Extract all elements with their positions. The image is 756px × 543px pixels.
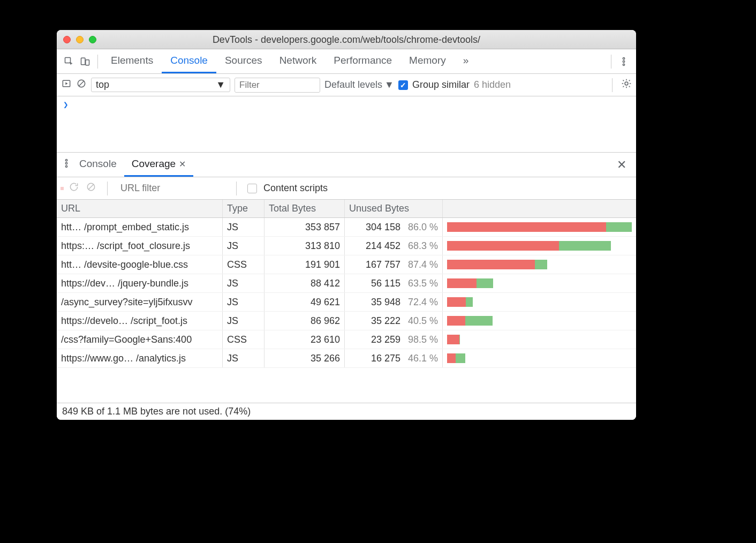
cell-url: https://dev… /jquery-bundle.js — [57, 274, 223, 292]
svg-point-5 — [623, 64, 624, 65]
svg-point-3 — [623, 57, 624, 59]
table-header: URL Type Total Bytes Unused Bytes — [57, 200, 636, 218]
cell-type: JS — [223, 218, 264, 236]
cell-unused: 35 94872.4 % — [345, 293, 443, 311]
separator — [236, 182, 237, 195]
group-similar-label: Group similar — [412, 79, 470, 90]
context-selector[interactable]: top ▼ — [91, 78, 230, 92]
th-type[interactable]: Type — [223, 200, 264, 217]
svg-point-12 — [65, 165, 67, 167]
cell-url: /css?family=Google+Sans:400 — [57, 330, 223, 349]
zoom-window-button[interactable] — [89, 36, 96, 43]
cell-url: /async_survey?site=ylj5ifxusvv — [57, 293, 223, 311]
group-similar-checkbox[interactable]: ✓ — [398, 80, 408, 90]
close-drawer-icon[interactable]: ✕ — [611, 158, 632, 172]
console-toolbar: top ▼ Default levels ▼ ✓ Group similar 6… — [57, 74, 636, 96]
table-row[interactable]: htt… /prompt_embed_static.jsJS353 857304… — [57, 218, 636, 237]
svg-line-14 — [88, 184, 94, 190]
svg-rect-2 — [86, 59, 89, 65]
cell-url: https://www.go… /analytics.js — [57, 349, 223, 367]
cell-type: CSS — [223, 330, 264, 349]
devtools-window: DevTools - developers.google.com/web/too… — [57, 30, 636, 420]
svg-line-8 — [79, 81, 84, 86]
drawer-tab-console[interactable]: Console — [72, 153, 124, 177]
svg-rect-1 — [81, 58, 86, 65]
clear-console-icon[interactable] — [76, 78, 87, 92]
cell-total: 86 962 — [264, 312, 345, 330]
window-title: DevTools - developers.google.com/web/too… — [57, 34, 636, 46]
cell-total: 23 610 — [264, 330, 345, 349]
drawer-tab-coverage[interactable]: Coverage ✕ — [124, 153, 193, 177]
table-row[interactable]: htt… /devsite-google-blue.cssCSS191 9011… — [57, 255, 636, 274]
tab-elements[interactable]: Elements — [102, 50, 162, 73]
tabs-overflow[interactable]: » — [455, 50, 478, 73]
cell-type: JS — [223, 293, 264, 311]
cell-bar — [443, 237, 636, 255]
drawer-tab-coverage-label: Coverage — [132, 158, 176, 170]
more-options-icon[interactable] — [616, 54, 632, 70]
table-row[interactable]: https://www.go… /analytics.jsJS35 26616 … — [57, 349, 636, 368]
inspect-element-icon[interactable] — [61, 54, 77, 70]
table-body: htt… /prompt_embed_static.jsJS353 857304… — [57, 218, 636, 403]
tab-performance[interactable]: Performance — [325, 50, 400, 73]
context-selector-label: top — [96, 79, 109, 90]
svg-point-11 — [65, 162, 67, 164]
main-tabstrip: Elements Console Sources Network Perform… — [57, 49, 636, 74]
tab-console[interactable]: Console — [162, 50, 216, 73]
cell-type: JS — [223, 237, 264, 255]
coverage-status: 849 KB of 1.1 MB bytes are not used. (74… — [57, 403, 636, 420]
cell-type: JS — [223, 349, 264, 367]
close-tab-icon[interactable]: ✕ — [179, 159, 186, 169]
th-unused[interactable]: Unused Bytes — [345, 200, 443, 217]
cell-unused: 167 75787.4 % — [345, 255, 443, 274]
device-toolbar-icon[interactable] — [77, 54, 93, 70]
separator — [97, 55, 98, 69]
console-filter-input[interactable] — [235, 78, 320, 93]
cell-type: CSS — [223, 255, 264, 274]
separator — [612, 78, 613, 92]
table-row[interactable]: https://dev… /jquery-bundle.jsJS88 41256… — [57, 274, 636, 293]
th-url[interactable]: URL — [57, 200, 223, 217]
th-total[interactable]: Total Bytes — [264, 200, 345, 217]
cell-type: JS — [223, 274, 264, 292]
cell-unused: 35 22240.5 % — [345, 312, 443, 330]
table-row[interactable]: https:… /script_foot_closure.jsJS313 810… — [57, 237, 636, 255]
reload-icon[interactable] — [69, 182, 79, 195]
content-scripts-label: Content scripts — [263, 183, 328, 194]
prompt-marker: ❯ — [63, 100, 69, 110]
drawer-more-icon[interactable] — [61, 158, 72, 171]
cell-bar — [443, 293, 636, 311]
svg-point-9 — [625, 82, 628, 85]
cell-total: 49 621 — [264, 293, 345, 311]
execute-icon[interactable] — [61, 78, 72, 92]
cell-total: 353 857 — [264, 218, 345, 236]
table-row[interactable]: https://develo… /script_foot.jsJS86 9623… — [57, 312, 636, 330]
tab-memory[interactable]: Memory — [400, 50, 455, 73]
cell-url: htt… /prompt_embed_static.js — [57, 218, 223, 236]
cell-unused: 23 25998.5 % — [345, 330, 443, 349]
log-levels-selector[interactable]: Default levels ▼ — [324, 79, 394, 90]
svg-point-4 — [623, 61, 624, 62]
cell-total: 313 810 — [264, 237, 345, 255]
console-input-area[interactable]: ❯ — [57, 96, 636, 153]
console-settings-gear-icon[interactable] — [621, 78, 632, 92]
clear-icon[interactable] — [86, 182, 96, 195]
status-text: 849 KB of 1.1 MB bytes are not used. (74… — [62, 406, 251, 417]
th-bar — [443, 200, 636, 217]
tab-sources[interactable]: Sources — [216, 50, 271, 73]
separator — [611, 55, 611, 69]
cell-bar — [443, 330, 636, 349]
content-scripts-checkbox[interactable] — [247, 184, 257, 193]
close-window-button[interactable] — [63, 36, 71, 43]
table-row[interactable]: /css?family=Google+Sans:400CSS23 61023 2… — [57, 330, 636, 349]
cell-type: JS — [223, 312, 264, 330]
drawer-tabstrip: Console Coverage ✕ ✕ — [57, 153, 636, 177]
log-levels-label: Default levels — [324, 79, 382, 90]
cell-bar — [443, 274, 636, 292]
tab-network[interactable]: Network — [271, 50, 326, 73]
url-filter-input[interactable] — [118, 181, 225, 195]
cell-total: 88 412 — [264, 274, 345, 292]
table-row[interactable]: /async_survey?site=ylj5ifxusvvJS49 62135… — [57, 293, 636, 312]
minimize-window-button[interactable] — [76, 36, 84, 43]
cell-url: https://develo… /script_foot.js — [57, 312, 223, 330]
